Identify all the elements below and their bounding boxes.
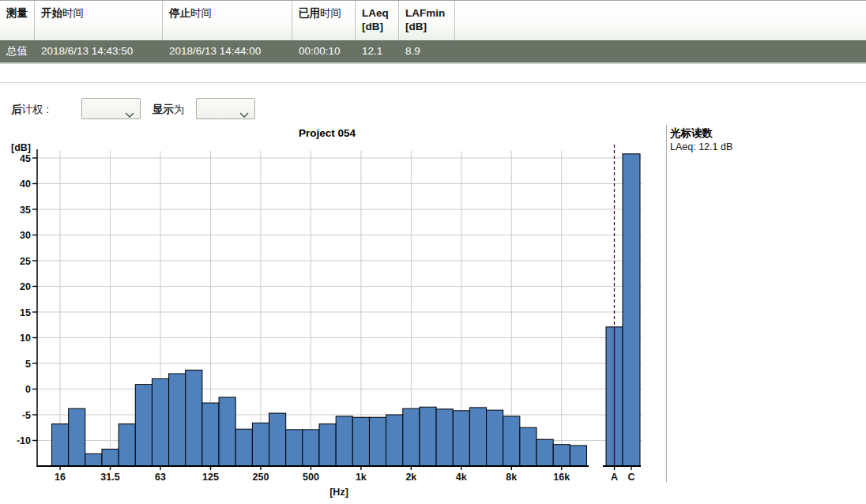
start-time-value: 2018/6/13 14:43:50 [35, 40, 163, 62]
bar-4k[interactable] [453, 411, 469, 466]
panel-divider [666, 125, 667, 482]
col-header-lafmin: LAFmin[dB] [399, 1, 455, 40]
stop-time-value: 2018/6/13 14:44:00 [163, 40, 292, 62]
y-tick-label: 35 [20, 205, 31, 216]
spectrum-chart[interactable]: 454035302520151050-5-101631.563125250500… [0, 138, 661, 504]
chevron-down-icon [125, 107, 134, 121]
x-tick-label: 16 [55, 472, 66, 483]
bar-2k[interactable] [403, 408, 420, 466]
y-tick-label: 5 [25, 359, 31, 370]
y-tick-label: 15 [20, 307, 31, 318]
bar-630[interactable] [319, 424, 336, 466]
y-tick-label: -5 [22, 410, 31, 421]
total-label: 总值 [0, 40, 35, 62]
y-tick-label: 0 [25, 384, 31, 395]
bar-12.5k[interactable] [537, 439, 553, 466]
col-header-elapsed-time: 已用时间 [292, 1, 356, 40]
x-axis-unit-label: [Hz] [329, 487, 348, 498]
y-tick-label: -10 [17, 435, 31, 446]
bar-5k[interactable] [469, 408, 486, 466]
x-tick-label: 31.5 [100, 472, 119, 483]
x-tick-label: A [611, 472, 618, 483]
col-header-laeq: LAeq[dB] [356, 1, 399, 40]
x-tick-label: 500 [303, 472, 319, 483]
x-tick-label: 63 [155, 472, 166, 483]
bar-16k[interactable] [553, 445, 570, 466]
col-header-stop-time: 停止时间 [163, 1, 292, 40]
bar-80[interactable] [169, 374, 186, 466]
bar-25[interactable] [85, 453, 102, 466]
bar-125[interactable] [202, 403, 219, 466]
bar-40[interactable] [119, 424, 135, 466]
display-as-dropdown[interactable] [196, 98, 255, 119]
bar-250[interactable] [252, 423, 269, 466]
bar-100[interactable] [186, 370, 202, 466]
bar-400[interactable] [286, 430, 303, 466]
x-tick-label: 16k [553, 472, 570, 483]
elapsed-time-value: 00:00:10 [292, 40, 356, 62]
table-header-row: 测量 开始时间 停止时间 已用时间 LAeq[dB] LAFmin[dB] [0, 0, 866, 40]
y-axis-unit-label: [dB] [11, 142, 31, 153]
x-tick-label: 1k [356, 472, 367, 483]
y-tick-label: 30 [20, 230, 31, 241]
x-tick-label: 2k [405, 472, 416, 483]
laeq-value: 12.1 [356, 40, 399, 62]
y-tick-label: 45 [20, 153, 31, 164]
bar-10k[interactable] [520, 427, 537, 466]
bar-1.6k[interactable] [386, 415, 403, 466]
section-divider [0, 82, 866, 83]
x-tick-label: 250 [253, 472, 269, 483]
col-header-measurement: 测量 [0, 1, 35, 40]
bar-C[interactable] [623, 154, 640, 466]
bar-200[interactable] [235, 429, 252, 466]
bar-50[interactable] [135, 385, 152, 466]
bar-2.5k[interactable] [420, 407, 436, 466]
bar-3.15k[interactable] [436, 409, 453, 466]
bar-20k[interactable] [570, 446, 586, 466]
bar-16[interactable] [52, 424, 69, 466]
measurement-table: 测量 开始时间 停止时间 已用时间 LAeq[dB] LAFmin[dB] 总值… [0, 0, 866, 64]
bar-315[interactable] [269, 413, 286, 466]
bar-800[interactable] [336, 416, 352, 466]
bar-20[interactable] [69, 408, 85, 466]
bar-6.3k[interactable] [487, 410, 503, 466]
x-tick-label: C [627, 472, 634, 483]
cursor-readout-title: 光标读数 [670, 126, 713, 141]
chart-title: Project 054 [299, 127, 356, 139]
lafmin-value: 8.9 [399, 40, 455, 62]
y-tick-label: 40 [20, 179, 31, 190]
x-tick-label: 8k [506, 472, 517, 483]
bar-1.25k[interactable] [369, 417, 386, 466]
y-tick-label: 10 [20, 333, 31, 344]
col-header-start-time: 开始时间 [35, 1, 163, 40]
x-tick-label: 4k [456, 472, 467, 483]
bar-500[interactable] [303, 430, 319, 466]
app-window: 测量 开始时间 停止时间 已用时间 LAeq[dB] LAFmin[dB] 总值… [0, 0, 866, 504]
cursor-readout-value: LAeq: 12.1 dB [670, 141, 732, 152]
post-weighting-label: 后计权 : [11, 103, 49, 117]
bar-31.5[interactable] [102, 449, 119, 466]
chevron-down-icon [239, 107, 249, 121]
table-row-total[interactable]: 总值 2018/6/13 14:43:50 2018/6/13 14:44:00… [0, 40, 866, 64]
post-weighting-dropdown[interactable] [81, 98, 141, 119]
y-tick-label: 25 [20, 256, 31, 267]
x-tick-label: 125 [202, 472, 219, 483]
y-tick-label: 20 [20, 281, 31, 292]
display-as-label: 显示为 [152, 103, 185, 117]
bar-63[interactable] [152, 379, 168, 467]
col-header-spacer [455, 1, 866, 40]
bar-8k[interactable] [503, 416, 520, 466]
bar-160[interactable] [219, 397, 235, 466]
bar-1k[interactable] [352, 417, 369, 466]
